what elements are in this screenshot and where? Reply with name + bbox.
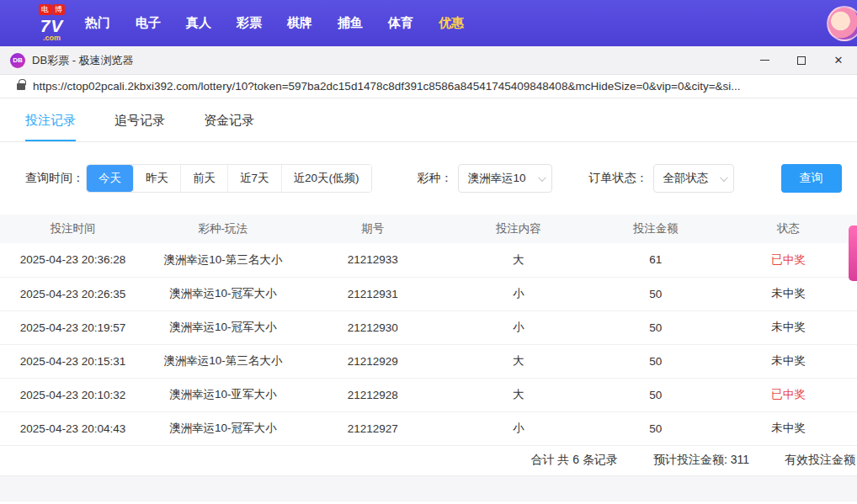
- header-bet-content: 投注内容: [445, 215, 591, 243]
- order-status-select[interactable]: 全部状态: [653, 164, 734, 193]
- bet-play-cell: 澳洲幸运10-冠军大小: [146, 310, 300, 344]
- record-tabs: 投注记录 追号记录 资金记录: [0, 98, 857, 142]
- bet-issue-cell: 21212931: [300, 277, 445, 310]
- status-filter-label: 订单状态：: [589, 171, 648, 186]
- user-avatar[interactable]: [827, 6, 857, 41]
- bet-status-cell: 未中奖: [720, 411, 857, 445]
- table-row: 2025-04-23 20:36:28 澳洲幸运10-第三名大小 2121293…: [0, 243, 857, 277]
- bet-content-cell: 小: [445, 310, 591, 344]
- maximize-icon: [797, 56, 806, 65]
- site-logo[interactable]: 电 博 7V .com: [39, 4, 65, 42]
- query-button[interactable]: 查询: [781, 164, 842, 193]
- lottery-select[interactable]: 澳洲幸运10: [458, 164, 552, 193]
- tab-bet-records[interactable]: 投注记录: [25, 113, 76, 141]
- bet-content-cell: 大: [445, 243, 591, 277]
- time-option-last7days[interactable]: 近7天: [227, 165, 281, 192]
- time-option-yesterday[interactable]: 昨天: [133, 165, 180, 192]
- nav-item-slots[interactable]: 电子: [136, 15, 161, 31]
- bet-amount-cell: 50: [591, 411, 720, 445]
- bet-issue-cell: 21212927: [300, 411, 445, 445]
- summary-valid: 有效投注金额: [785, 453, 855, 468]
- order-status-value: 全部状态: [663, 171, 709, 186]
- lottery-select-value: 澳洲幸运10: [468, 171, 526, 186]
- floating-widget[interactable]: [849, 225, 857, 281]
- chevron-down-icon: [719, 173, 727, 182]
- header-bet-amount: 投注金额: [591, 215, 720, 243]
- logo-badge-left: 电: [39, 4, 51, 15]
- header-bet-time: 投注时间: [0, 215, 146, 243]
- bet-time-cell: 2025-04-23 20:15:31: [0, 344, 146, 378]
- table-row: 2025-04-23 20:04:43 澳洲幸运10-冠军大小 21212927…: [0, 411, 857, 445]
- site-nav: 电 博 7V .com 热门 电子 真人 彩票 棋牌 捕鱼 体育 优惠: [0, 0, 857, 46]
- tab-chase-records[interactable]: 追号记录: [114, 113, 165, 141]
- nav-item-hot[interactable]: 热门: [85, 15, 110, 31]
- minimize-button[interactable]: [746, 46, 783, 74]
- time-option-day-before[interactable]: 前天: [180, 165, 227, 192]
- minimize-icon: [760, 60, 769, 61]
- nav-item-promos[interactable]: 优惠: [439, 15, 464, 31]
- bet-time-cell: 2025-04-23 20:04:43: [0, 411, 146, 445]
- bet-status-cell: 未中奖: [720, 344, 857, 378]
- time-option-today[interactable]: 今天: [87, 165, 133, 192]
- bet-content-cell: 小: [445, 277, 591, 310]
- bet-amount-cell: 50: [591, 344, 720, 378]
- chevron-down-icon: [537, 173, 546, 182]
- bet-amount-cell: 50: [591, 310, 720, 344]
- bet-content-cell: 大: [445, 344, 591, 378]
- bet-play-cell: 澳洲幸运10-第三名大小: [146, 243, 300, 277]
- time-filter-label: 查询时间：: [25, 171, 84, 186]
- window-controls: ✕: [746, 46, 857, 74]
- window-title: DB彩票 - 极速浏览器: [32, 53, 746, 68]
- browser-title-bar: DB DB彩票 - 极速浏览器 ✕: [0, 46, 857, 75]
- table-row: 2025-04-23 20:15:31 澳洲幸运10-第三名大小 2121292…: [0, 344, 857, 378]
- nav-item-live[interactable]: 真人: [186, 15, 211, 31]
- header-play: 彩种-玩法: [146, 215, 300, 243]
- bet-amount-cell: 61: [591, 243, 720, 277]
- logo-brand: 7V: [40, 17, 64, 34]
- bet-play-cell: 澳洲幸运10-冠军大小: [146, 277, 300, 310]
- page-content: 投注记录 追号记录 资金记录 查询时间： 今天 昨天 前天 近7天 近20天(低…: [0, 98, 857, 504]
- tab-fund-records[interactable]: 资金记录: [204, 113, 254, 141]
- nav-item-lottery[interactable]: 彩票: [237, 15, 262, 31]
- bet-records-table: 投注时间 彩种-玩法 期号 投注内容 投注金额 状态 2025-04-23 20…: [0, 215, 857, 446]
- bet-issue-cell: 21212929: [300, 344, 445, 378]
- filter-bar: 查询时间： 今天 昨天 前天 近7天 近20天(低频) 彩种： 澳洲幸运10 订…: [25, 164, 857, 193]
- lottery-filter-label: 彩种：: [418, 171, 453, 186]
- bet-status-cell: 已中奖: [720, 243, 857, 277]
- logo-badge-right: 博: [52, 4, 65, 15]
- nav-item-boardgames[interactable]: 棋牌: [287, 15, 312, 31]
- header-issue: 期号: [300, 215, 445, 243]
- nav-item-fishing[interactable]: 捕鱼: [338, 15, 363, 31]
- bet-status-cell: 未中奖: [720, 310, 857, 344]
- time-filter-group: 今天 昨天 前天 近7天 近20天(低频): [86, 164, 372, 193]
- bet-content-cell: 小: [445, 411, 591, 445]
- bet-play-cell: 澳洲幸运10-第三名大小: [146, 344, 300, 378]
- table-row: 2025-04-23 20:10:32 澳洲幸运10-亚军大小 21212928…: [0, 378, 857, 411]
- maximize-button[interactable]: [783, 46, 820, 74]
- bet-amount-cell: 50: [591, 378, 720, 411]
- nav-item-sports[interactable]: 体育: [388, 15, 413, 31]
- bet-amount-cell: 50: [591, 277, 720, 310]
- time-option-last20days[interactable]: 近20天(低频): [281, 165, 371, 192]
- close-button[interactable]: ✕: [820, 46, 857, 74]
- browser-favicon-icon: DB: [10, 53, 25, 68]
- lock-icon: [17, 83, 25, 90]
- bet-status-cell: 已中奖: [720, 378, 857, 411]
- logo-suffix: .com: [43, 34, 61, 42]
- bet-play-cell: 澳洲幸运10-冠军大小: [146, 411, 300, 445]
- site-nav-items: 热门 电子 真人 彩票 棋牌 捕鱼 体育 优惠: [85, 15, 464, 31]
- table-header-row: 投注时间 彩种-玩法 期号 投注内容 投注金额 状态: [0, 215, 857, 243]
- url-bar[interactable]: https://ctop02pcali.2kbxi392.com/lottery…: [0, 75, 857, 98]
- bet-time-cell: 2025-04-23 20:26:35: [0, 277, 146, 310]
- bet-time-cell: 2025-04-23 20:19:57: [0, 310, 146, 344]
- bet-content-cell: 大: [445, 378, 591, 411]
- bottom-band: [0, 476, 857, 501]
- bet-time-cell: 2025-04-23 20:10:32: [0, 378, 146, 411]
- bet-issue-cell: 21212928: [300, 378, 445, 411]
- url-text[interactable]: https://ctop02pcali.2kbxi392.com/lottery…: [33, 80, 857, 93]
- bet-issue-cell: 21212930: [300, 310, 445, 344]
- bet-time-cell: 2025-04-23 20:36:28: [0, 243, 146, 277]
- summary-estimated: 预计投注金额: 311: [653, 453, 749, 468]
- table-row: 2025-04-23 20:19:57 澳洲幸运10-冠军大小 21212930…: [0, 310, 857, 344]
- logo-badges: 电 博: [39, 4, 65, 15]
